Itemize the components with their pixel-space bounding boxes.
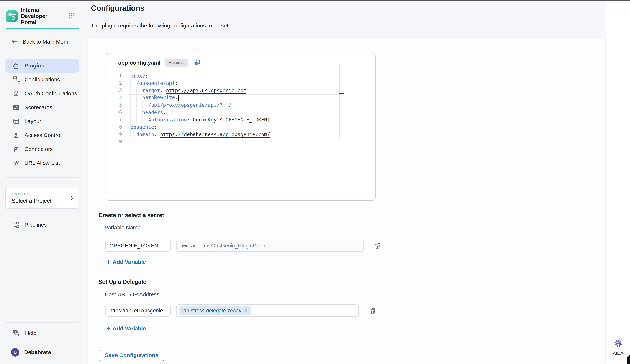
- grid-apps-icon[interactable]: [68, 12, 76, 20]
- sidebar-item-url-allow-list[interactable]: URL Allow List: [6, 156, 79, 170]
- code-editor[interactable]: 1proxy:2 /opsgenie/api:3 target: https:/…: [106, 72, 375, 200]
- editor-header: app-config.yaml Service: [118, 58, 201, 67]
- avatar: D: [11, 348, 20, 357]
- line-number: 2: [106, 80, 122, 86]
- sidebar-item-label: Connectors: [24, 146, 52, 152]
- lock-icon: [12, 89, 20, 97]
- code-text: headers:: [122, 110, 166, 115]
- code-line: 2 /opsgenie/api:: [106, 79, 375, 87]
- sidebar-item-connectors[interactable]: Connectors: [6, 142, 79, 156]
- delegate-tags-field[interactable]: idp-stress-delegate-zeaak ✕: [176, 304, 359, 317]
- code-line: 4 pathRewrite:: [106, 94, 375, 101]
- code-line: 9 domain: https://debaharness.app.opsgen…: [106, 131, 375, 138]
- plus-icon: +: [106, 326, 110, 331]
- brand-title: Internal Developer Portal: [21, 7, 64, 25]
- help-label: Help: [25, 330, 36, 336]
- plugin-icon: [12, 62, 20, 70]
- trash-icon[interactable]: [369, 306, 377, 315]
- yaml-editor-card: app-config.yaml Service 1proxy:2 /opsgen…: [106, 53, 376, 201]
- trash-icon[interactable]: [374, 241, 382, 250]
- brand-underline: [6, 28, 79, 29]
- line-number: 9: [106, 131, 122, 137]
- delegate-tag-chip: idp-stress-delegate-zeaak ✕: [179, 306, 251, 315]
- sidebar-item-oauth-configurations[interactable]: OAuth Configurations: [6, 86, 79, 100]
- window-top-edge: [0, 0, 630, 1]
- divider: [6, 322, 79, 323]
- sidebar-item-layout[interactable]: Layout: [6, 114, 79, 128]
- code-text: /api/proxy/opsgenie/api/?: /: [122, 102, 232, 108]
- user-name: Debabrata: [24, 349, 51, 356]
- sidebar-item-label: Configurations: [24, 76, 60, 83]
- line-number: 5: [106, 102, 122, 108]
- aida-label: AIDA: [613, 351, 624, 356]
- line-number: 1: [106, 73, 122, 78]
- aida-flower-icon: [612, 338, 624, 350]
- sidebar-item-scorecards[interactable]: Scorecards: [6, 100, 79, 114]
- delegate-tag-label: idp-stress-delegate-zeaak: [182, 308, 241, 314]
- editor-filename: app-config.yaml: [118, 60, 160, 66]
- code-text: proxy:: [122, 73, 148, 79]
- brand: Internal Developer Portal: [6, 7, 80, 25]
- divider: [6, 51, 79, 51]
- secret-value: account.OpsGenie_PluginDeba: [191, 243, 266, 249]
- code-text: Authorization: GenieKey ${OPSGENIE_TOKEN…: [122, 117, 270, 123]
- connectors-icon: [12, 145, 20, 153]
- service-badge: Service: [165, 58, 188, 67]
- main-content: Configurations The plugin requires the f…: [84, 1, 606, 364]
- corner-overlay: [627, 355, 630, 364]
- gears-icon: ⚙⚙: [12, 75, 20, 84]
- arrow-left-icon: [10, 38, 18, 45]
- code-line: 8opsgenie:: [106, 123, 375, 131]
- code-line: 3 target: https://api.us.opsgenie.com: [106, 87, 375, 94]
- key-icon: [181, 242, 188, 249]
- sidebar-item-label: URL Allow List: [24, 160, 60, 166]
- close-icon[interactable]: ✕: [244, 308, 248, 313]
- sidebar-item-label: Plugins: [24, 62, 44, 69]
- line-number: 3: [106, 88, 122, 93]
- sidebar-item-pipelines[interactable]: Pipelines: [6, 218, 79, 232]
- page-subtitle: The plugin requires the following config…: [91, 22, 230, 29]
- line-number: 10: [106, 139, 122, 144]
- svg-text:?: ?: [14, 330, 16, 333]
- line-number: 4: [106, 95, 122, 100]
- sidebar-pipelines: Pipelines: [0, 218, 84, 232]
- user-menu[interactable]: D Debabrata: [11, 348, 51, 357]
- sidebar-menu: Plugins⚙⚙ConfigurationsOAuth Configurati…: [0, 59, 84, 170]
- secret-select-field[interactable]: account.OpsGenie_PluginDeba: [176, 240, 364, 252]
- code-line: 6 headers:: [106, 109, 375, 116]
- link-icon: [12, 159, 20, 167]
- code-text: /opsgenie/api:: [122, 80, 178, 86]
- code-line: 1proxy:: [106, 72, 375, 79]
- pipelines-icon: [12, 221, 20, 229]
- secret-section-heading: Create or select a secret: [98, 212, 164, 219]
- back-to-main-menu[interactable]: Back to Main Menu: [10, 37, 70, 46]
- plus-icon: +: [106, 259, 110, 265]
- code-text: pathRewrite:: [122, 95, 179, 101]
- sidebar-item-label: Layout: [24, 118, 41, 124]
- sidebar-item-access-control[interactable]: Access Control: [6, 128, 79, 142]
- sidebar-item-label: Pipelines: [24, 222, 47, 228]
- copy-icon[interactable]: [193, 59, 201, 67]
- person-icon: [12, 131, 20, 139]
- code-line: 7 Authorization: GenieKey ${OPSGENIE_TOK…: [106, 116, 375, 123]
- sidebar-item-label: OAuth Configurations: [24, 90, 77, 97]
- help-button[interactable]: ? Help: [12, 329, 36, 338]
- add-variable-button[interactable]: + Add Variable: [106, 326, 146, 332]
- divider: [6, 177, 79, 178]
- save-configurations-button[interactable]: Save Configurations: [99, 350, 164, 361]
- sidebar-item-plugins[interactable]: Plugins: [6, 59, 79, 73]
- line-number: 8: [106, 124, 122, 130]
- line-number: 7: [106, 117, 122, 122]
- right-rail: AIDA: [606, 1, 630, 364]
- delegate-row: idp-stress-delegate-zeaak ✕: [106, 305, 377, 317]
- aida-widget[interactable]: AIDA: [606, 338, 630, 356]
- back-to-main-menu-label: Back to Main Menu: [23, 38, 70, 45]
- code-line: 10: [106, 138, 375, 145]
- add-variable-button[interactable]: + Add Variable: [106, 259, 146, 265]
- scorecard-icon: [12, 103, 20, 111]
- host-url-input[interactable]: [106, 305, 170, 317]
- variable-name-input[interactable]: [106, 240, 170, 252]
- sidebar: Internal Developer Portal Back to Main M…: [0, 1, 84, 364]
- sidebar-item-configurations[interactable]: ⚙⚙Configurations: [6, 73, 79, 86]
- project-selector[interactable]: PROJECT Select a Project: [6, 188, 79, 209]
